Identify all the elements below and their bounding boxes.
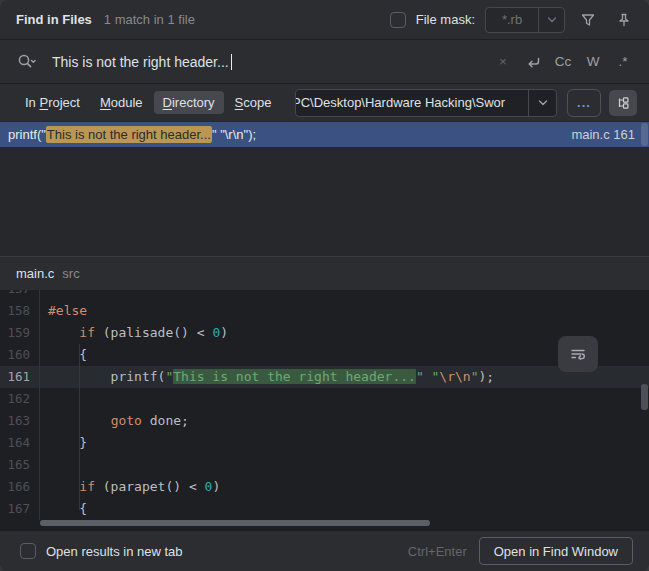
code-line[interactable]: 159 if (palisade() < 0) xyxy=(0,322,649,344)
line-number: 164 xyxy=(0,432,40,454)
dialog-header: Find in Files 1 match in 1 file File mas… xyxy=(0,0,649,40)
project-structure-toggle[interactable] xyxy=(609,90,637,116)
result-location: main.c 161 xyxy=(571,127,641,142)
scope-tab-directory[interactable]: Directory xyxy=(154,91,224,114)
soft-wrap-button[interactable] xyxy=(558,336,598,372)
directory-path-combo[interactable]: PC\Desktop\Hardware Hacking\Swor xyxy=(295,89,557,117)
result-code-after: " "\r\n"); xyxy=(212,127,256,142)
code-token: (parapet() < xyxy=(95,479,205,494)
code-line[interactable]: 163 goto done; xyxy=(0,410,649,432)
code-token: if xyxy=(79,325,95,340)
pin-button[interactable] xyxy=(611,7,637,33)
code-text: goto done; xyxy=(40,410,189,432)
chevron-down-icon xyxy=(545,13,559,27)
code-token: ) xyxy=(212,479,220,494)
open-in-find-window-button[interactable]: Open in Find Window xyxy=(479,537,633,565)
code-preview-editor[interactable]: 157158#else159 if (palisade() < 0)160 {1… xyxy=(0,290,649,530)
code-text: { xyxy=(40,498,87,520)
result-match-highlight: This is not the right header... xyxy=(46,126,212,143)
tree-structure-icon xyxy=(615,95,631,111)
clear-search-button[interactable]: × xyxy=(491,50,515,74)
code-token: if xyxy=(79,479,95,494)
scope-row: In ProjectModuleDirectoryScope PC\Deskto… xyxy=(0,84,649,122)
preview-file-name: main.c xyxy=(16,266,54,281)
code-line[interactable]: 158#else xyxy=(0,300,649,322)
search-history-icon[interactable] xyxy=(16,52,38,72)
preview-header: main.c src xyxy=(0,257,649,290)
file-mask-dropdown-button[interactable] xyxy=(538,8,564,32)
code-line[interactable]: 162 xyxy=(0,388,649,410)
code-line[interactable]: 157 xyxy=(0,290,649,300)
code-token: ) xyxy=(220,325,228,340)
code-token xyxy=(48,479,79,494)
horizontal-scrollbar-thumb[interactable] xyxy=(40,520,430,526)
directory-path-value[interactable]: PC\Desktop\Hardware Hacking\Swor xyxy=(296,95,505,110)
result-code: printf("This is not the right header..."… xyxy=(8,127,256,142)
browse-directory-button[interactable]: ... xyxy=(567,89,601,117)
open-in-new-tab-checkbox[interactable] xyxy=(20,543,36,559)
search-row: This is not the right header... × Cc W .… xyxy=(0,40,649,84)
line-number: 159 xyxy=(0,322,40,344)
code-token: done; xyxy=(142,413,189,428)
code-text xyxy=(40,388,48,410)
shortcut-hint: Ctrl+Enter xyxy=(408,544,467,559)
line-number: 158 xyxy=(0,300,40,322)
directory-path-clip: PC\Desktop\Hardware Hacking\Swor xyxy=(296,95,528,110)
line-number: 166 xyxy=(0,476,40,498)
result-row[interactable]: printf("This is not the right header..."… xyxy=(0,122,649,147)
soft-wrap-icon xyxy=(569,346,587,362)
code-line[interactable]: 166 if (parapet() < 0) xyxy=(0,476,649,498)
scope-tab-scope[interactable]: Scope xyxy=(226,91,281,114)
vertical-scrollbar-thumb[interactable] xyxy=(641,384,648,410)
match-case-toggle[interactable]: Cc xyxy=(551,50,575,74)
line-number: 157 xyxy=(0,290,40,300)
code-text: #else xyxy=(40,300,87,322)
scope-tab-in-project[interactable]: In Project xyxy=(16,91,89,114)
find-in-files-dialog: Find in Files 1 match in 1 file File mas… xyxy=(0,0,649,571)
line-number: 160 xyxy=(0,344,40,366)
code-text: if (parapet() < 0) xyxy=(40,476,220,498)
code-token: { xyxy=(48,347,87,362)
file-mask-label: File mask: xyxy=(416,12,475,27)
code-token: } xyxy=(48,435,87,450)
results-scrollbar-thumb[interactable] xyxy=(641,123,648,146)
indent-guide xyxy=(79,344,80,510)
search-input[interactable]: This is not the right header... xyxy=(52,54,229,70)
code-text xyxy=(40,454,48,476)
pin-icon xyxy=(616,12,632,28)
result-code-before: printf(" xyxy=(8,127,46,142)
code-token: #else xyxy=(48,303,87,318)
file-mask-combo[interactable]: *.rb xyxy=(485,7,565,33)
code-token xyxy=(48,325,79,340)
code-text: if (palisade() < 0) xyxy=(40,322,228,344)
newline-icon xyxy=(525,54,542,70)
whole-words-toggle[interactable]: W xyxy=(581,50,605,74)
code-token: " " xyxy=(416,369,439,384)
scope-tab-module[interactable]: Module xyxy=(91,91,152,114)
code-token: ); xyxy=(479,369,495,384)
code-line[interactable]: 164 } xyxy=(0,432,649,454)
text-caret xyxy=(231,54,233,70)
code-text xyxy=(40,290,48,300)
regex-toggle[interactable]: .* xyxy=(611,50,635,74)
code-line[interactable]: 160 { xyxy=(0,344,649,366)
dialog-footer: Open results in new tab Ctrl+Enter Open … xyxy=(0,530,649,571)
code-line[interactable]: 165 xyxy=(0,454,649,476)
chevron-down-icon xyxy=(536,96,550,110)
filter-button[interactable] xyxy=(575,7,601,33)
file-mask-value: *.rb xyxy=(486,12,538,27)
line-number: 167 xyxy=(0,498,40,520)
code-token: " xyxy=(471,369,479,384)
open-in-new-tab-label: Open results in new tab xyxy=(46,544,183,559)
code-token: { xyxy=(48,501,87,516)
code-line[interactable]: 161 printf("This is not the right header… xyxy=(0,366,649,388)
insert-newline-button[interactable] xyxy=(521,50,545,74)
directory-dropdown-button[interactable] xyxy=(528,90,556,116)
preview-file-path: src xyxy=(62,266,79,281)
code-token: \r\n xyxy=(439,369,470,384)
file-mask-checkbox[interactable] xyxy=(390,12,406,28)
code-line[interactable]: 167 { xyxy=(0,498,649,520)
code-token: printf( xyxy=(48,369,165,384)
code-text: { xyxy=(40,344,87,366)
filter-funnel-icon xyxy=(580,12,596,28)
